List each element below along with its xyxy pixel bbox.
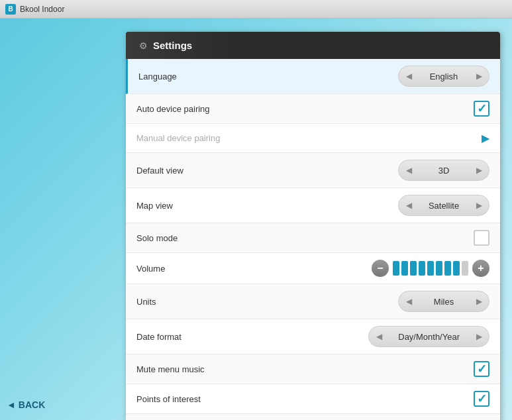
auto-device-pairing-label: Auto device pairing (136, 104, 210, 114)
title-bar: B Bkool Indoor (0, 0, 512, 19)
points-of-interest-row: Points of interest ✓ (126, 384, 500, 414)
units-prev-arrow[interactable]: ◀ (401, 294, 416, 309)
solo-mode-label: Solo mode (136, 233, 178, 243)
settings-header: ⚙ Settings (126, 32, 500, 59)
settings-panel: ⚙ Settings Language ◀ English ▶ Auto dev… (126, 32, 500, 420)
default-view-next-arrow[interactable]: ▶ (472, 163, 486, 178)
default-view-selector[interactable]: ◀ 3D ▶ (398, 160, 489, 181)
units-value: Miles (417, 297, 470, 307)
default-view-label: Default view (136, 166, 183, 176)
volume-decrease-button[interactable]: − (372, 260, 389, 277)
solo-mode-row: Solo mode (126, 223, 500, 253)
settings-content: Language ◀ English ▶ Auto device pairing… (126, 59, 500, 420)
language-prev-arrow[interactable]: ◀ (401, 69, 416, 83)
mute-checkmark-icon: ✓ (477, 362, 487, 376)
map-view-row: Map view ◀ Satellite ▶ (126, 188, 500, 223)
language-next-arrow[interactable]: ▶ (472, 69, 486, 83)
poi-checkmark-icon: ✓ (477, 392, 487, 406)
volume-increase-button[interactable]: + (472, 260, 489, 277)
language-value: English (417, 72, 470, 81)
language-label: Language (138, 72, 177, 81)
map-view-selector[interactable]: ◀ Satellite ▶ (398, 195, 489, 216)
map-view-next-arrow[interactable]: ▶ (472, 198, 486, 213)
volume-bars (393, 261, 468, 276)
manual-device-pairing-label: Manual device pairing (136, 133, 220, 143)
date-format-value: Day/Month/Year (387, 332, 470, 342)
date-format-prev-arrow[interactable]: ◀ (372, 329, 386, 344)
volume-row: Volume − + (126, 253, 500, 284)
volume-bar-4 (419, 261, 425, 276)
content-area: ⚙ Settings Language ◀ English ▶ Auto dev… (0, 19, 512, 420)
settings-title: Settings (153, 40, 192, 51)
map-view-prev-arrow[interactable]: ◀ (401, 198, 416, 213)
volume-control[interactable]: − + (372, 260, 489, 277)
app-icon: B (5, 4, 16, 15)
date-format-next-arrow[interactable]: ▶ (472, 329, 486, 344)
units-row: Units ◀ Miles ▶ (126, 284, 500, 319)
3d-quality-row: 3D ◀ High quality ▶ (126, 414, 500, 420)
map-view-value: Satellite (417, 201, 470, 211)
units-selector[interactable]: ◀ Miles ▶ (398, 291, 489, 312)
default-view-row: Default view ◀ 3D ▶ (126, 153, 500, 188)
checkmark-icon: ✓ (477, 101, 487, 116)
units-next-arrow[interactable]: ▶ (472, 294, 486, 309)
default-view-value: 3D (417, 166, 470, 176)
volume-bar-6 (436, 261, 442, 276)
volume-bar-5 (427, 261, 434, 276)
volume-bar-8 (453, 261, 460, 276)
back-arrow-icon: ◄ (7, 399, 16, 410)
manual-device-pairing-row: Manual device pairing ▶ (126, 124, 500, 153)
settings-header-inner: ⚙ Settings (126, 32, 245, 59)
date-format-row: Date format ◀ Day/Month/Year ▶ (126, 319, 500, 354)
back-label: BACK (19, 399, 45, 410)
default-view-prev-arrow[interactable]: ◀ (401, 163, 416, 178)
language-selector[interactable]: ◀ English ▶ (398, 66, 489, 87)
points-of-interest-label: Points of interest (136, 394, 201, 404)
volume-bar-2 (401, 261, 408, 276)
gear-icon: ⚙ (139, 40, 148, 51)
language-row: Language ◀ English ▶ (126, 59, 500, 94)
points-of-interest-checkbox[interactable]: ✓ (474, 391, 489, 407)
volume-bar-9 (462, 261, 468, 276)
date-format-label: Date format (136, 332, 181, 342)
mute-menu-music-row: Mute menu music ✓ (126, 354, 500, 384)
volume-bar-3 (410, 261, 417, 276)
title-bar-text: Bkool Indoor (20, 5, 64, 14)
volume-label: Volume (136, 264, 165, 274)
volume-bar-1 (393, 261, 399, 276)
volume-bar-7 (444, 261, 451, 276)
solo-mode-checkbox[interactable] (474, 230, 489, 246)
mute-menu-music-checkbox[interactable]: ✓ (474, 361, 489, 377)
units-label: Units (136, 297, 156, 307)
map-view-label: Map view (136, 201, 173, 211)
mute-menu-music-label: Mute menu music (136, 364, 205, 374)
auto-device-pairing-row: Auto device pairing ✓ (126, 94, 500, 124)
back-button[interactable]: ◄ BACK (7, 399, 45, 410)
date-format-selector[interactable]: ◀ Day/Month/Year ▶ (368, 326, 489, 347)
auto-device-pairing-checkbox[interactable]: ✓ (474, 101, 489, 117)
manual-device-pairing-arrow[interactable]: ▶ (482, 132, 489, 144)
